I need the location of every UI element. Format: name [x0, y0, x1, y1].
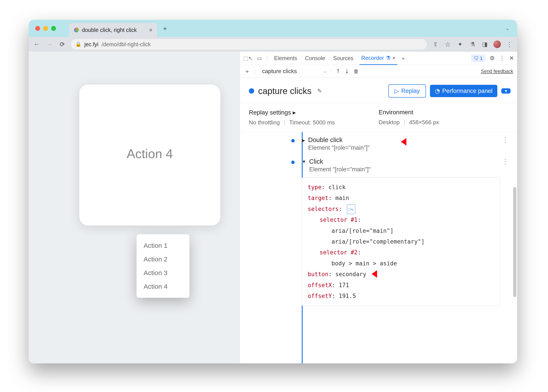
recording-name: capture clicks [258, 86, 311, 96]
detail-value: : 191.5 [332, 293, 356, 299]
throttling-value: No throttling [249, 119, 280, 126]
toolbar: ← → ⟳ 🔒 jec.fyi/demo/dbl-right-click ⇪ ☆… [29, 37, 517, 51]
detail-value: aria/[role="main"] [331, 227, 393, 234]
share-icon[interactable]: ⇪ [432, 41, 439, 48]
browser-tab[interactable]: double click, right click × [69, 23, 157, 37]
issues-badge[interactable]: 🗨 1 [471, 55, 485, 62]
step-title: Click [309, 158, 371, 165]
forward-button[interactable]: → [45, 41, 53, 48]
close-devtools-icon[interactable]: ✕ [509, 55, 514, 62]
labs-icon[interactable]: ⚗︎ [469, 41, 476, 48]
favicon-icon [74, 28, 79, 32]
selector-picker-icon[interactable]: ⬚↖ [347, 204, 355, 214]
devtools-menu-icon[interactable]: ⋮ [499, 55, 505, 62]
new-tab-button[interactable]: ＋ [162, 24, 168, 33]
demo-card[interactable]: Action 4 [79, 84, 220, 225]
annotation-arrow-icon [401, 136, 416, 147]
scrollbar[interactable] [513, 187, 516, 297]
traffic-lights [35, 26, 56, 31]
more-tabs-icon[interactable]: » [402, 55, 405, 62]
side-panel-icon[interactable]: ◨ [481, 41, 489, 48]
device-toolbar-icon[interactable]: ▭ [257, 55, 262, 62]
menu-item[interactable]: Action 3 [137, 266, 190, 280]
step-double-click[interactable]: ▶ Double click Element "[role="main"]" ⋮ [302, 136, 508, 151]
recording-status-dot [249, 88, 254, 94]
step-detail: type: click target: main selectors: ⬚↖ s… [302, 177, 500, 306]
delete-icon[interactable]: 🗑 [353, 68, 359, 74]
issues-count: 1 [480, 56, 483, 61]
extensions-icon[interactable]: ✦ [456, 41, 464, 48]
tab-elements[interactable]: Elements [273, 52, 299, 64]
browser-window: double click, right click × ＋ ⌄ ← → ⟳ 🔒 … [29, 20, 517, 363]
chrome-menu-icon[interactable]: ⋮ [506, 41, 513, 48]
environment-header: Environment [379, 109, 508, 116]
step-dot [291, 139, 295, 142]
step-click[interactable]: ▼ Click Element "[role="main"]" ⋮ type: … [302, 158, 508, 306]
profile-avatar[interactable] [493, 41, 501, 48]
detail-key: offsetX [308, 282, 332, 288]
collapse-icon[interactable]: ▼ [302, 159, 306, 164]
close-tab-icon[interactable]: × [149, 27, 152, 34]
settings-row: Replay settings ▸ No throttling | Timeou… [240, 103, 517, 132]
address-bar[interactable]: 🔒 jec.fyi/demo/dbl-right-click [71, 39, 427, 49]
export-icon[interactable]: ⤒ [336, 68, 340, 74]
inspect-icon[interactable]: ⬚↖ [243, 55, 253, 62]
minimize-window-button[interactable] [43, 26, 48, 31]
settings-icon[interactable]: ⚙ [490, 55, 495, 62]
import-icon[interactable]: ⤓ [345, 68, 349, 74]
menu-item[interactable]: Action 4 [137, 280, 190, 293]
recording-select[interactable]: capture clicks [262, 68, 297, 75]
url-host: jec.fyi [84, 41, 98, 48]
menu-item[interactable]: Action 1 [137, 239, 190, 252]
viewport-size: 458×566 px [409, 119, 439, 126]
detail-key: target [308, 195, 328, 201]
menu-item[interactable]: Action 2 [137, 252, 190, 266]
beaker-icon: ⚗︎ [386, 55, 391, 61]
performance-button-label: Performance panel [442, 88, 492, 94]
performance-dropdown[interactable]: ▾ [501, 88, 511, 94]
maximize-window-button[interactable] [51, 26, 56, 31]
recording-header: capture clicks ✎ ▷ Replay ◔ Performance … [240, 78, 517, 103]
close-panel-icon[interactable]: × [392, 55, 396, 61]
bookmark-icon[interactable]: ☆ [444, 41, 451, 48]
timeout-value: Timeout: 5000 ms [289, 119, 335, 126]
context-menu: Action 1 Action 2 Action 3 Action 4 [137, 234, 190, 298]
tab-recorder[interactable]: Recorder ⚗︎ × [359, 52, 397, 65]
replay-settings-header[interactable]: Replay settings ▸ [249, 109, 379, 116]
card-heading: Action 4 [127, 146, 173, 161]
detail-key: button [308, 271, 328, 278]
detail-key: offsetY [308, 293, 332, 299]
expand-icon[interactable]: ▶ [302, 138, 305, 143]
close-window-button[interactable] [35, 26, 40, 31]
new-recording-button[interactable]: ＋ [244, 67, 250, 76]
step-menu-icon[interactable]: ⋮ [502, 136, 508, 144]
tab-sources[interactable]: Sources [331, 52, 355, 64]
tab-title: double click, right click [82, 27, 146, 33]
step-menu-icon[interactable]: ⋮ [502, 158, 508, 165]
step-subtitle: Element "[role="main"]" [308, 145, 370, 151]
reload-button[interactable]: ⟳ [58, 41, 66, 48]
step-dot [291, 161, 295, 164]
tabs-dropdown-icon[interactable]: ⌄ [506, 26, 509, 31]
replay-settings-label: Replay settings [249, 109, 291, 116]
chevron-down-icon[interactable]: ⌄ [323, 69, 326, 73]
performance-panel-button[interactable]: ◔ Performance panel [430, 85, 497, 97]
send-feedback-link[interactable]: Send feedback [481, 69, 513, 74]
detail-key: selectors [308, 206, 339, 212]
replay-button-label: Replay [401, 88, 420, 94]
step-title: Double click [308, 136, 370, 144]
devtools-panel: ⬚↖ ▭ | Elements Console Sources Recorder… [240, 51, 517, 363]
back-button[interactable]: ← [33, 41, 41, 48]
detail-key: selector #1 [320, 217, 358, 223]
detail-key: selector #2 [320, 249, 358, 256]
detail-value: : click [322, 184, 346, 190]
devtools-tabbar: ⬚↖ ▭ | Elements Console Sources Recorder… [240, 52, 517, 65]
step-subtitle: Element "[role="main"]" [309, 166, 371, 173]
tab-console[interactable]: Console [303, 52, 327, 64]
lock-icon: 🔒 [75, 42, 81, 47]
edit-name-icon[interactable]: ✎ [317, 88, 322, 94]
chevron-right-icon: ▸ [293, 109, 296, 116]
replay-button[interactable]: ▷ Replay [388, 84, 426, 98]
url-path: /demo/dbl-right-click [102, 41, 151, 48]
detail-value: : main [328, 195, 349, 201]
